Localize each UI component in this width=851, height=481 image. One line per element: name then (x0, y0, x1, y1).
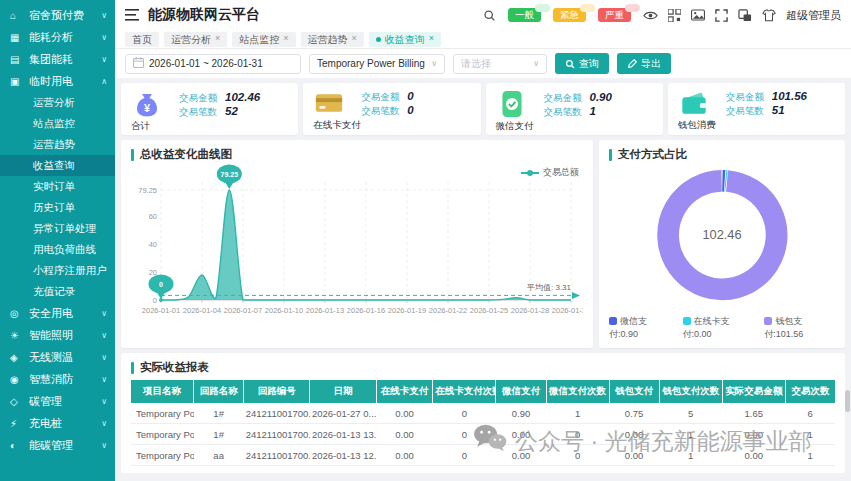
close-tab-icon[interactable]: × (352, 34, 357, 44)
sidebar-group-5[interactable]: ☀ 智能照明 ∨ (0, 324, 115, 346)
tab-首页[interactable]: 首页 (125, 32, 159, 47)
close-tab-icon[interactable]: × (283, 34, 288, 44)
summary-card-钱包消费: 交易金额101.56 交易笔数51 钱包消费 (668, 83, 845, 135)
summary-card-在线卡支付: 交易金额0 交易笔数0 在线卡支付 (303, 83, 480, 135)
close-tab-icon[interactable]: × (215, 34, 220, 44)
table-row[interactable]: Temporary Po...1#241211001700...2026-01-… (131, 424, 835, 445)
col-header-在线卡支付次数[interactable]: 在线卡支付次数 (433, 380, 496, 403)
sidebar-group-4[interactable]: ◎ 安全用电 ∨ (0, 302, 115, 324)
donut-legend-item-钱包支付[interactable]: 钱包支付:101.56 (764, 315, 835, 341)
col-header-微信支付次数[interactable]: 微信支付次数 (546, 380, 609, 403)
donut-legend-item-微信支付[interactable]: 微信支付:0.90 (609, 315, 671, 341)
chevron-up-icon: ∧ (101, 77, 107, 86)
fullscreen-icon[interactable] (715, 9, 728, 22)
sidebar-group-label: 无线测温 (29, 350, 73, 365)
tab-站点监控[interactable]: 站点监控 × (232, 32, 295, 47)
tab-收益查询[interactable]: 收益查询 × (369, 32, 441, 47)
tab-运营趋势[interactable]: 运营趋势 × (301, 32, 364, 47)
table-row[interactable]: Temporary Po...aa241211001700...2026-01-… (131, 445, 835, 466)
export-button[interactable]: 导出 (617, 53, 671, 74)
sidebar-group-3[interactable]: ▣ 临时用电 ∧ (0, 70, 115, 92)
table-row[interactable]: Temporary Po...1#241211001700...2026-01-… (131, 403, 835, 424)
sidebar-item-运营分析[interactable]: 运营分析 (0, 92, 115, 113)
date-range-value: 2026-01-01 ~ 2026-01-31 (149, 58, 263, 69)
sidebar-item-小程序注册用户[interactable]: 小程序注册用户 (0, 260, 115, 281)
sidebar-item-用电负荷曲线[interactable]: 用电负荷曲线 (0, 239, 115, 260)
sidebar-group-9[interactable]: ⚡ 充电桩 ∨ (0, 412, 115, 434)
tab-运营分析[interactable]: 运营分析 × (164, 32, 227, 47)
copy-layers-icon[interactable] (738, 9, 752, 22)
svg-text:0: 0 (159, 281, 163, 288)
sidebar-item-实时订单[interactable]: 实时订单 (0, 176, 115, 197)
card-name: 微信支付 (496, 120, 655, 133)
svg-text:2026-01-19: 2026-01-19 (388, 306, 426, 315)
col-header-微信支付[interactable]: 微信支付 (496, 380, 546, 403)
alarm-badge-2[interactable]: 严重 (598, 8, 631, 22)
sidebar-group-icon: ◈ (10, 352, 24, 363)
sidebar-group-label: 充电桩 (29, 416, 62, 431)
scrollbar-thumb[interactable] (845, 390, 850, 412)
report-table-card: 实际收益报表 项目名称回路名称回路编号日期在线卡支付在线卡支付次数微信支付微信支… (121, 353, 845, 473)
line-chart[interactable]: 2026-01-012026-01-042026-01-072026-01-10… (131, 162, 583, 332)
sidebar-group-0[interactable]: ⌂ 宿舍预付费 ∨ (0, 4, 115, 26)
admin-name[interactable]: 超级管理员 (786, 8, 841, 23)
donut-legend: 微信支付:0.90在线卡支付:0.00钱包支付:101.56 (609, 315, 835, 341)
sidebar-item-运营趋势[interactable]: 运营趋势 (0, 134, 115, 155)
line-chart-legend[interactable]: 交易总额 (521, 166, 579, 179)
close-tab-icon[interactable]: × (429, 34, 434, 44)
sidebar-group-label: 智慧消防 (29, 372, 73, 387)
eye-icon[interactable] (643, 10, 658, 21)
col-header-在线卡支付[interactable]: 在线卡支付 (376, 380, 433, 403)
sidebar-item-收益查询[interactable]: 收益查询 (0, 155, 115, 176)
col-header-实际交易金额[interactable]: 实际交易金额 (722, 380, 785, 403)
chevron-down-icon: ∨ (101, 55, 107, 64)
sidebar-group-2[interactable]: ▤ 集团能耗 ∨ (0, 48, 115, 70)
sidebar-group-icon: ⚡ (10, 418, 24, 429)
sidebar-item-异常订单处理[interactable]: 异常订单处理 (0, 218, 115, 239)
sidebar-group-icon: ◉ (10, 374, 24, 385)
donut-legend-item-在线卡支付[interactable]: 在线卡支付:0.00 (683, 315, 753, 341)
sidebar-group-icon: ⌂ (10, 10, 24, 21)
sidebar-item-历史订单[interactable]: 历史订单 (0, 197, 115, 218)
donut-chart[interactable]: 102.46 (648, 164, 796, 312)
sidebar-group-1[interactable]: ▦ 能耗分析 ∨ (0, 26, 115, 48)
table-row[interactable]: Temporary Po...241211001700...2026-01-12… (131, 466, 835, 474)
sidebar-group-6[interactable]: ◈ 无线测温 ∨ (0, 346, 115, 368)
bank-card-icon (313, 89, 345, 117)
menu-toggle-icon[interactable] (125, 9, 139, 21)
calendar-icon (133, 57, 144, 70)
tab-bar: 首页 运营分析 × 站点监控 × 运营趋势 × 收益查询 × (115, 30, 851, 49)
query-button[interactable]: 查询 (555, 53, 609, 74)
image-icon[interactable] (691, 9, 705, 21)
sidebar-group-7[interactable]: ◉ 智慧消防 ∨ (0, 368, 115, 390)
search-icon[interactable] (483, 9, 496, 22)
sidebar-group-10[interactable]: ◐ 能碳管理 ∨ (0, 434, 115, 456)
col-header-钱包支付次数[interactable]: 钱包支付次数 (659, 380, 722, 403)
sidebar-group-label: 智能照明 (29, 328, 73, 343)
svg-text:2026-01-25: 2026-01-25 (470, 306, 508, 315)
sidebar: ⌂ 宿舍预付费 ∨ ▦ 能耗分析 ∨ ▤ 集团能耗 ∨ ▣ 临时用电 ∧ 运营分… (0, 0, 115, 481)
chevron-down-icon: ∨ (101, 419, 107, 428)
sidebar-group-8[interactable]: ◇ 碳管理 ∨ (0, 390, 115, 412)
line-chart-title: 总收益变化曲线图 (131, 147, 583, 162)
col-header-日期[interactable]: 日期 (310, 380, 376, 403)
qr-grid-icon[interactable] (668, 9, 681, 22)
sidebar-group-icon: ▣ (10, 76, 24, 87)
site-select[interactable]: 请选择 ∨ (453, 54, 547, 74)
alarm-badge-1[interactable]: 紧急 (553, 8, 586, 22)
col-header-回路编号[interactable]: 回路编号 (244, 380, 310, 403)
chevron-down-icon: ∨ (101, 309, 107, 318)
chevron-down-icon: ∨ (101, 353, 107, 362)
theme-shirt-icon[interactable] (762, 9, 776, 22)
col-header-回路名称[interactable]: 回路名称 (194, 380, 244, 403)
sidebar-item-充值记录[interactable]: 充值记录 (0, 281, 115, 302)
alarm-badge-0[interactable]: 一般 (508, 8, 541, 22)
sidebar-group-label: 碳管理 (29, 394, 62, 409)
date-range-input[interactable]: 2026-01-01 ~ 2026-01-31 (125, 54, 301, 74)
sidebar-group-label: 集团能耗 (29, 52, 73, 67)
col-header-项目名称[interactable]: 项目名称 (131, 380, 194, 403)
col-header-交易次数[interactable]: 交易次数 (785, 380, 835, 403)
col-header-钱包支付[interactable]: 钱包支付 (609, 380, 659, 403)
sidebar-item-站点监控[interactable]: 站点监控 (0, 113, 115, 134)
billing-type-select[interactable]: Temporary Power Billing ∨ (309, 54, 445, 74)
